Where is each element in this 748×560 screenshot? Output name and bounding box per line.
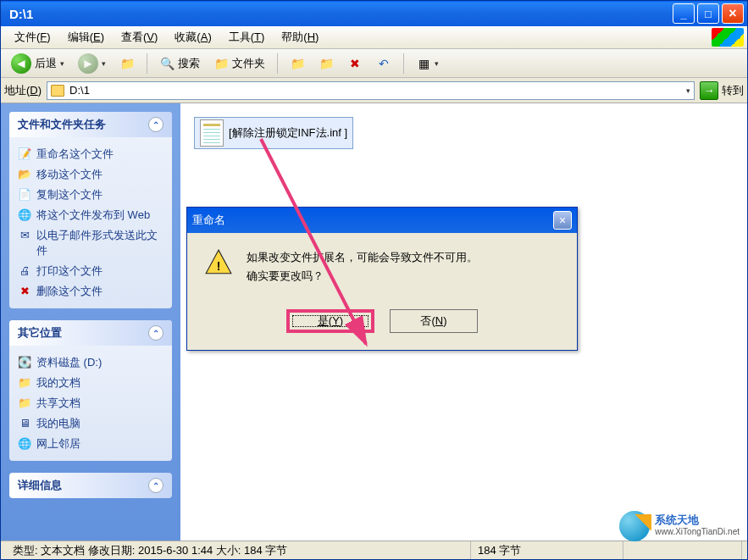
task-copy[interactable]: 📄复制这个文件 <box>18 185 163 205</box>
menu-tools[interactable]: 工具(T) <box>220 28 274 47</box>
task-rename[interactable]: 📝重命名这个文件 <box>18 144 163 164</box>
back-arrow-icon: ◄ <box>11 53 31 74</box>
place-ddrive[interactable]: 💽资料磁盘 (D:) <box>18 352 163 373</box>
address-input[interactable]: D:\1 ▾ <box>47 81 695 100</box>
copy-to-button[interactable]: 📁 <box>313 53 339 74</box>
maximize-button[interactable]: □ <box>697 3 719 24</box>
status-size: 184 字节 <box>471 541 623 559</box>
rename-dialog: 重命名 × ! 如果改变文件扩展名，可能会导致文件不可用。 确实要更改吗？ 是(… <box>186 207 578 351</box>
details-panel: 详细信息 ⌃ <box>9 473 172 498</box>
dialog-close-button[interactable]: × <box>553 211 572 230</box>
place-mycomputer[interactable]: 🖥我的电脑 <box>18 413 163 434</box>
folder-icon <box>51 85 64 97</box>
views-icon: ▦ <box>416 56 431 71</box>
file-name: [解除注册锁定INF法.inf ] <box>229 125 347 141</box>
task-move[interactable]: 📂移动这个文件 <box>18 164 163 185</box>
print-icon: 🖨 <box>18 263 31 277</box>
window-title: D:\1 <box>9 7 673 21</box>
folder-icon: 📁 <box>319 56 334 71</box>
tasks-panel-header[interactable]: 文件和文件夹任务 ⌃ <box>9 112 172 137</box>
forward-button[interactable]: ► ▾ <box>73 51 111 76</box>
warning-icon: ! <box>204 248 233 277</box>
separator <box>277 53 278 74</box>
menu-view[interactable]: 查看(V) <box>113 28 166 47</box>
delete-x-icon: ✖ <box>18 284 31 297</box>
file-item-selected[interactable]: [解除注册锁定INF法.inf ] <box>194 117 353 149</box>
tasks-panel: 文件和文件夹任务 ⌃ 📝重命名这个文件 📂移动这个文件 📄复制这个文件 🌐将这个… <box>9 112 172 308</box>
watermark: 系统天地 www.XiTongTianDi.net <box>619 511 740 541</box>
folder-icon: 📁 <box>18 375 31 389</box>
place-mydocs[interactable]: 📁我的文档 <box>18 373 163 393</box>
chevron-down-icon: ▾ <box>60 59 64 68</box>
chevron-down-icon[interactable]: ▾ <box>686 86 690 95</box>
minimize-button[interactable]: _ <box>673 3 695 24</box>
forward-arrow-icon: ► <box>78 53 98 74</box>
chevron-down-icon: ▾ <box>435 59 439 68</box>
status-left: 类型: 文本文档 修改日期: 2015-6-30 1:44 大小: 184 字节 <box>6 541 471 559</box>
web-icon: 🌐 <box>18 208 31 221</box>
task-email[interactable]: ✉以电子邮件形式发送此文件 <box>18 225 163 261</box>
chevron-down-icon: ▾ <box>102 59 106 68</box>
addressbar: 地址(D) D:\1 ▾ → 转到 <box>1 78 747 103</box>
views-button[interactable]: ▦▾ <box>411 53 444 74</box>
undo-icon: ↶ <box>376 56 391 71</box>
search-icon: 🔍 <box>159 56 175 71</box>
drive-icon: 💽 <box>18 355 31 369</box>
places-panel: 其它位置 ⌃ 💽资料磁盘 (D:) 📁我的文档 📁共享文档 🖥我的电脑 🌐网上邻… <box>9 320 172 461</box>
yes-button[interactable]: 是(Y) <box>286 309 374 333</box>
dialog-message: 如果改变文件扩展名，可能会导致文件不可用。 确实要更改吗？ <box>247 248 478 286</box>
separator <box>403 53 404 74</box>
mail-icon: ✉ <box>18 228 31 241</box>
rename-icon: 📝 <box>18 147 31 160</box>
task-delete[interactable]: ✖删除这个文件 <box>18 281 163 302</box>
go-button[interactable]: → 转到 <box>700 81 744 100</box>
address-value: D:\1 <box>69 84 90 97</box>
folder-icon: 📁 <box>213 56 229 71</box>
search-button[interactable]: 🔍 搜索 <box>154 53 205 74</box>
titlebar[interactable]: D:\1 _ □ × <box>1 1 747 26</box>
dialog-titlebar[interactable]: 重命名 × <box>187 208 577 233</box>
close-button[interactable]: × <box>722 3 744 24</box>
windows-logo-icon <box>712 28 744 47</box>
chevron-up-icon: ⌃ <box>148 325 163 341</box>
go-arrow-icon: → <box>700 81 718 100</box>
svg-text:!: ! <box>217 259 221 273</box>
folder-up-icon: 📁 <box>119 56 135 71</box>
place-shared[interactable]: 📁共享文档 <box>18 393 163 413</box>
text-file-icon <box>200 119 224 147</box>
menu-favorites[interactable]: 收藏(A) <box>166 28 219 47</box>
menu-file[interactable]: 文件(F) <box>6 28 59 47</box>
task-print[interactable]: 🖨打印这个文件 <box>18 261 163 281</box>
place-network[interactable]: 🌐网上邻居 <box>18 434 163 454</box>
undo-button[interactable]: ↶ <box>371 53 396 74</box>
folder-icon: 📁 <box>18 396 31 409</box>
network-icon: 🌐 <box>18 436 31 450</box>
separator <box>147 53 147 74</box>
no-button[interactable]: 否(N) <box>390 309 478 333</box>
menu-help[interactable]: 帮助(H) <box>273 28 327 47</box>
computer-icon: 🖥 <box>18 416 31 430</box>
folder-icon: 📁 <box>290 56 305 71</box>
chevron-up-icon: ⌃ <box>148 478 163 493</box>
folders-button[interactable]: 📁 文件夹 <box>208 53 270 74</box>
copy-icon: 📄 <box>18 187 31 201</box>
up-button[interactable]: 📁 <box>114 53 140 74</box>
details-panel-header[interactable]: 详细信息 ⌃ <box>9 473 172 498</box>
delete-x-icon: ✖ <box>347 56 363 71</box>
menu-edit[interactable]: 编辑(E) <box>59 28 113 47</box>
statusbar: 类型: 文本文档 修改日期: 2015-6-30 1:44 大小: 184 字节… <box>1 541 747 559</box>
menubar: 文件(F) 编辑(E) 查看(V) 收藏(A) 工具(T) 帮助(H) <box>1 26 747 49</box>
move-to-button[interactable]: 📁 <box>285 53 310 74</box>
status-right <box>623 541 742 559</box>
move-icon: 📂 <box>18 167 31 180</box>
back-button[interactable]: ◄ 后退 ▾ <box>6 51 69 76</box>
task-publish[interactable]: 🌐将这个文件发布到 Web <box>18 205 163 225</box>
delete-button[interactable]: ✖ <box>342 53 368 74</box>
address-label: 地址(D) <box>4 83 42 98</box>
places-panel-header[interactable]: 其它位置 ⌃ <box>9 320 172 346</box>
watermark-logo-icon <box>619 511 650 541</box>
dialog-title-text: 重命名 <box>192 213 225 228</box>
chevron-up-icon: ⌃ <box>148 117 163 132</box>
toolbar: ◄ 后退 ▾ ► ▾ 📁 🔍 搜索 📁 文件夹 📁 📁 ✖ ↶ ▦▾ <box>1 49 747 78</box>
sidebar: 文件和文件夹任务 ⌃ 📝重命名这个文件 📂移动这个文件 📄复制这个文件 🌐将这个… <box>1 103 180 541</box>
